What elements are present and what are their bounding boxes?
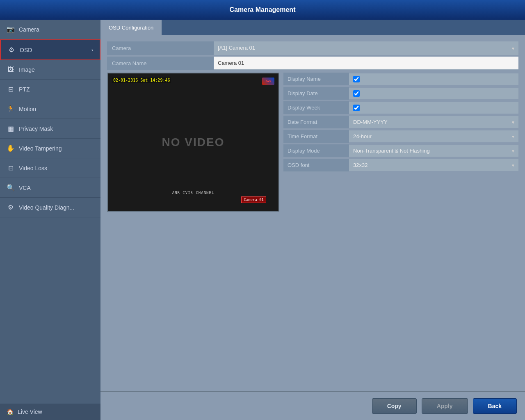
display-week-checkbox-wrap [349, 102, 518, 114]
camera-field-label: Camera [107, 41, 214, 55]
osd-icon: ⚙ [7, 46, 16, 54]
camera-icon: 📷 [7, 25, 15, 33]
sidebar-item-motion[interactable]: 🏃 Motion [0, 99, 100, 119]
back-button[interactable]: Back [473, 398, 517, 414]
video-preview: 02-01-2016 Sat 14:29:46 D■S NO VIDEO ANR… [107, 73, 279, 212]
title-bar: Camera Management [0, 0, 525, 20]
sidebar-spacer [0, 217, 100, 404]
video-tampering-icon: ✋ [7, 144, 15, 152]
osd-font-label: OSD font [283, 159, 349, 171]
sidebar-item-motion-label: Motion [19, 106, 36, 112]
video-loss-icon: ⊡ [7, 164, 15, 172]
date-format-row: Date Format DD-MM-YYYY MM-DD-YYYY YYYY-M… [283, 116, 518, 128]
sidebar-item-video-quality[interactable]: ⚙ Video Quality Diagn... [0, 198, 100, 217]
display-date-row: Display Date [283, 87, 518, 100]
sidebar-item-camera[interactable]: 📷 Camera [0, 20, 100, 39]
no-video-text: NO VIDEO [162, 136, 225, 149]
sidebar-item-image[interactable]: 🖼 Image [0, 60, 100, 80]
app-title: Camera Management [230, 6, 296, 14]
display-name-checkbox-wrap [349, 73, 518, 85]
display-date-label: Display Date [283, 87, 349, 100]
sidebar-item-ptz-label: PTZ [19, 86, 30, 93]
sidebar-item-osd[interactable]: ⚙ OSD › [0, 39, 100, 60]
ptz-icon: ⊟ [7, 85, 15, 93]
sidebar-item-video-tampering-label: Video Tampering [19, 145, 62, 152]
display-mode-select-wrapper: Non-Transparent & Not Flashing Transpare… [349, 145, 518, 157]
display-week-label: Display Week [283, 101, 349, 114]
camera-name-input[interactable] [214, 57, 518, 69]
logo-overlay: D■S [262, 78, 274, 85]
tab-osd-configuration[interactable]: OSD Configuration [100, 20, 162, 35]
display-mode-row: Display Mode Non-Transparent & Not Flash… [283, 144, 518, 157]
sidebar-item-privacy-mask-label: Privacy Mask [19, 126, 53, 132]
chevron-right-icon: › [91, 47, 93, 53]
display-week-row: Display Week [283, 101, 518, 114]
motion-icon: 🏃 [7, 105, 15, 113]
privacy-mask-icon: ▦ [7, 125, 15, 132]
sidebar-item-video-loss-label: Video Loss [19, 165, 47, 171]
content-area: OSD Configuration Camera [A1] Camera 01 … [100, 20, 525, 420]
date-format-select[interactable]: DD-MM-YYYY MM-DD-YYYY YYYY-MM-DD [349, 116, 518, 128]
camera-name-row: Camera Name [107, 57, 518, 70]
copy-button[interactable]: Copy [372, 398, 417, 414]
display-name-label: Display Name [283, 73, 349, 85]
vca-icon: 🔍 [7, 184, 15, 192]
main-layout: 📷 Camera ⚙ OSD › 🖼 Image ⊟ PTZ 🏃 Motion … [0, 20, 525, 420]
sidebar-item-vca-label: VCA [19, 185, 31, 191]
camname-overlay: Camera 01 [241, 196, 266, 203]
sidebar-item-image-label: Image [19, 66, 35, 73]
sidebar-item-ptz[interactable]: ⊟ PTZ [0, 80, 100, 99]
camera-row: Camera [A1] Camera 01 [A2] Camera 02 [A3… [107, 41, 518, 55]
tab-osd-configuration-label: OSD Configuration [109, 25, 153, 31]
time-format-row: Time Format 24-hour 12-hour ▼ [283, 130, 518, 143]
datetime-overlay: 02-01-2016 Sat 14:29:46 [112, 78, 171, 83]
sidebar-item-vca[interactable]: 🔍 VCA [0, 178, 100, 198]
image-icon: 🖼 [7, 66, 15, 73]
time-format-select[interactable]: 24-hour 12-hour [349, 130, 518, 142]
apply-button[interactable]: Apply [422, 398, 468, 414]
sidebar-item-privacy-mask[interactable]: ▦ Privacy Mask [0, 119, 100, 139]
display-week-checkbox[interactable] [353, 105, 360, 111]
video-quality-icon: ⚙ [7, 203, 15, 211]
display-date-checkbox[interactable] [353, 90, 360, 97]
osd-font-row: OSD font 32x32 16x16 48x48 ▼ [283, 159, 518, 171]
time-format-label: Time Format [283, 130, 349, 143]
live-view-label: Live View [18, 409, 42, 415]
display-mode-label: Display Mode [283, 144, 349, 157]
display-mode-select[interactable]: Non-Transparent & Not Flashing Transpare… [349, 145, 518, 157]
osd-body: 02-01-2016 Sat 14:29:46 D■S NO VIDEO ANR… [107, 73, 518, 212]
time-format-select-wrapper: 24-hour 12-hour ▼ [349, 130, 518, 142]
sidebar: 📷 Camera ⚙ OSD › 🖼 Image ⊟ PTZ 🏃 Motion … [0, 20, 100, 420]
live-view-icon: 🏠 [7, 409, 14, 415]
display-name-row: Display Name [283, 73, 518, 85]
display-date-checkbox-wrap [349, 88, 518, 99]
form-area: Camera [A1] Camera 01 [A2] Camera 02 [A3… [100, 35, 525, 391]
osd-font-select[interactable]: 32x32 16x16 48x48 [349, 159, 518, 171]
osd-font-select-wrapper: 32x32 16x16 48x48 ▼ [349, 159, 518, 171]
display-name-value [349, 73, 518, 85]
sidebar-item-osd-label: OSD [20, 47, 32, 53]
live-view-button[interactable]: 🏠 Live View [0, 404, 100, 420]
channel-overlay: ANR-CVIS CHANNEL [172, 191, 215, 195]
sidebar-item-video-loss[interactable]: ⊡ Video Loss [0, 158, 100, 178]
camera-name-input-wrapper [214, 57, 518, 70]
date-format-label: Date Format [283, 116, 349, 128]
sidebar-item-camera-label: Camera [19, 26, 39, 33]
tab-bar: OSD Configuration [100, 20, 525, 35]
camera-select[interactable]: [A1] Camera 01 [A2] Camera 02 [A3] Camer… [214, 41, 518, 54]
display-date-value [349, 88, 518, 99]
display-week-value [349, 102, 518, 114]
sidebar-item-video-tampering[interactable]: ✋ Video Tampering [0, 139, 100, 158]
osd-config-panel: Display Name Display Date [283, 73, 518, 212]
footer-bar: Copy Apply Back [100, 391, 525, 420]
display-name-checkbox[interactable] [353, 76, 360, 82]
date-format-select-wrapper: DD-MM-YYYY MM-DD-YYYY YYYY-MM-DD ▼ [349, 116, 518, 128]
camera-name-field-label: Camera Name [107, 57, 214, 70]
camera-select-wrapper: [A1] Camera 01 [A2] Camera 02 [A3] Camer… [214, 41, 518, 55]
sidebar-item-video-quality-label: Video Quality Diagn... [19, 204, 74, 211]
